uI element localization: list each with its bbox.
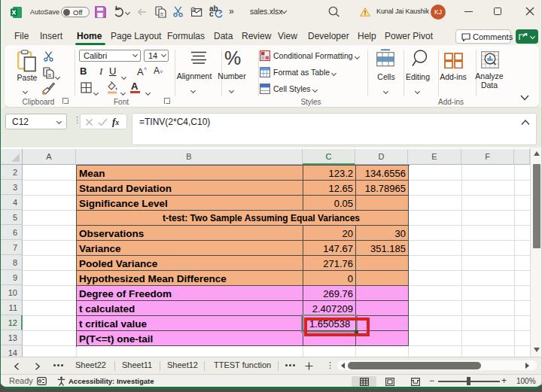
svg-text:@: @: [192, 8, 196, 12]
